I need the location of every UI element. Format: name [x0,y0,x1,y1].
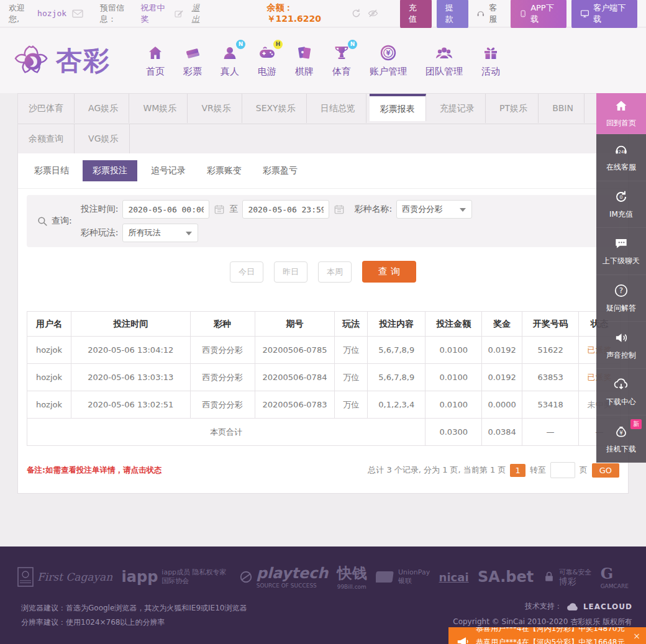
headset-icon [476,8,486,19]
today-button[interactable]: 今日 [230,261,263,283]
table-row: hozjok2020-05-06 13:04:12西贡分分彩20200506-0… [27,337,621,364]
this-week-button[interactable]: 本周 [318,261,352,283]
tab-ag[interactable]: AG娱乐 [78,94,129,123]
balance: 余额：￥121.6220 [266,2,337,25]
calendar-icon [334,204,345,215]
deposit-button[interactable]: 充值 [400,0,432,29]
quick-sidebar: 回到首页 24 在线客服 0 IM充值 上下级聊天 ? 疑问解答 声音控制 下载… [596,93,646,463]
winner-notification: 恭喜用户***4在【河内1分彩】中奖14870元 恭喜用户***4在【河内5分彩… [448,627,646,644]
app-download-button[interactable]: APP下载 [511,0,566,29]
to-label: 至 [229,204,238,215]
cloud-download-icon [613,376,629,392]
nav-sports[interactable]: 体育N [332,44,351,78]
query-button[interactable]: 查 询 [362,261,416,283]
tab-sexy[interactable]: SEXY娱乐 [245,94,307,123]
tab-wm[interactable]: WM娱乐 [132,94,188,123]
logo-iapp: iappiapp成员 隐私权专家国际协会 [122,568,230,586]
tech-support: 技术支持： LEACLOUD [525,601,632,612]
lottery-name-select[interactable]: 西贡分分彩 [396,200,472,219]
nav-team[interactable]: 团队管理 [425,44,463,78]
tab-daily-summary[interactable]: 日结总览 [310,94,366,123]
sidebar-online-service[interactable]: 24 在线客服 [596,134,646,181]
subtabs: 彩票日结 彩票投注 追号记录 彩票账变 彩票盈亏 [18,153,628,189]
go-button[interactable]: GO [592,463,619,478]
tab-deposit-records[interactable]: 充提记录 [429,94,486,123]
notification-lines: 恭喜用户***4在【河内1分彩】中奖14870元 恭喜用户***4在【河内5分彩… [476,627,631,644]
nav-egames[interactable]: 电游H [258,44,276,78]
ticket-icon [184,44,201,61]
copyright: Copyright © SinCai 2010-2020 杏彩娱乐 版权所有 [453,617,632,627]
withdraw-button[interactable]: 提款 [437,0,468,29]
reserved-value: 祝君中奖 [141,2,170,25]
nav-account[interactable]: ¥ 账户管理 [370,44,407,78]
lottery-name-label: 彩种名称: [354,204,392,215]
monitor-icon [580,9,589,19]
client-download-button[interactable]: 客户端下载 [571,0,637,29]
svg-text:¥: ¥ [386,50,391,57]
table-header-row: 用户名投注时间彩种期号玩法投注内容投注金额奖金开奖号码状态 [27,312,621,337]
resolution-tip: 分辨率建议：使用1024×768以上的分辨率 [21,615,247,630]
sidebar-chat[interactable]: 上下级聊天 [596,228,646,275]
bets-table: 用户名投注时间彩种期号玩法投注内容投注金额奖金开奖号码状态 hozjok2020… [27,311,621,446]
sidebar-faq[interactable]: ? 疑问解答 [596,275,646,322]
tab-shaba-sports[interactable]: 沙巴体育 [18,94,75,123]
play-type-select[interactable]: 所有玩法 [122,224,198,242]
logout-link[interactable]: 退出 [191,2,206,25]
subtab-lottery-bets[interactable]: 彩票投注 [83,160,137,181]
brand-name: 杏彩 [56,43,111,78]
bet-time-label: 投注时间: [81,204,119,215]
table-row: hozjok2020-05-06 13:02:51西贡分分彩20200506-0… [27,391,621,419]
nav-cards[interactable]: 棋牌 [295,44,314,78]
tab-vr[interactable]: VR娱乐 [191,94,242,123]
tab-balance-query[interactable]: 余额查询 [18,124,75,153]
tab-pt[interactable]: PT娱乐 [489,94,539,123]
close-icon[interactable]: × [633,631,640,641]
subtab-chase-records[interactable]: 追号记录 [143,160,193,181]
subtab-lottery-pnl[interactable]: 彩票盈亏 [255,160,305,181]
service-button[interactable]: 客服 [473,0,506,29]
mail-icon[interactable] [71,9,84,19]
goto-label: 转至 [530,465,546,476]
sidebar-hangup-download[interactable]: 新 ¥ 挂机下载 [596,415,646,463]
yesterday-button[interactable]: 昨日 [274,261,307,283]
logo-unionpay: UnionPay银联 [376,568,430,586]
nav-live[interactable]: 真人N [221,44,239,78]
refresh-balance-icon[interactable] [350,7,362,19]
edit-icon[interactable] [174,9,184,19]
subtab-lottery-changes[interactable]: 彩票账变 [199,160,249,181]
nav-promotions[interactable]: 活动 [481,44,500,78]
welcome-text: 欢迎您, [9,2,32,25]
pagination-summary: 总计 3 个记录, 分为 1 页, 当前第 1 页 [368,465,506,476]
cards-icon [296,44,313,61]
sidebar-back-home[interactable]: 回到首页 [596,93,646,134]
tab-vg[interactable]: VG娱乐 [78,124,129,153]
table-row: hozjok2020-05-06 13:03:13西贡分分彩20200506-0… [27,364,621,391]
tab-lottery-report[interactable]: 彩票报表 [370,94,426,121]
lock-icon [543,570,555,584]
home-icon [147,44,164,61]
coin-icon: ¥ [380,44,397,61]
logo-safe-gaming: 可靠&安全博彩 [543,568,592,586]
tab-bbin[interactable]: BBIN [542,94,585,123]
moneybag-icon: ¥ [613,424,629,440]
goto-page-input[interactable] [550,462,575,478]
brand-logo[interactable]: 杏彩 [14,42,129,80]
logo-99bill: 快钱99Bill.com [337,563,367,591]
svg-text:?: ? [619,286,623,295]
sidebar-im-recharge[interactable]: 0 IM充值 [596,181,646,229]
reserved-label: 预留信息： [100,2,135,25]
sidebar-download-center[interactable]: 下载中心 [596,369,646,416]
hide-balance-icon[interactable] [367,7,379,19]
subtab-lottery-daily[interactable]: 彩票日结 [27,160,76,181]
home-icon [613,99,629,114]
question-icon: ? [613,283,629,299]
logo-nicai: nicai [439,571,469,584]
nav-lottery[interactable]: 彩票 [183,44,202,78]
partner-logos: First Cagayan iappiapp成员 隐私权专家国际协会 playt… [0,546,646,595]
time-to-input[interactable] [242,200,329,219]
sidebar-sound[interactable]: 声音控制 [596,322,646,369]
nav-home[interactable]: 首页 [146,44,165,78]
cloud-icon [566,602,580,611]
time-from-input[interactable] [122,200,209,219]
current-page-button[interactable]: 1 [510,464,525,477]
